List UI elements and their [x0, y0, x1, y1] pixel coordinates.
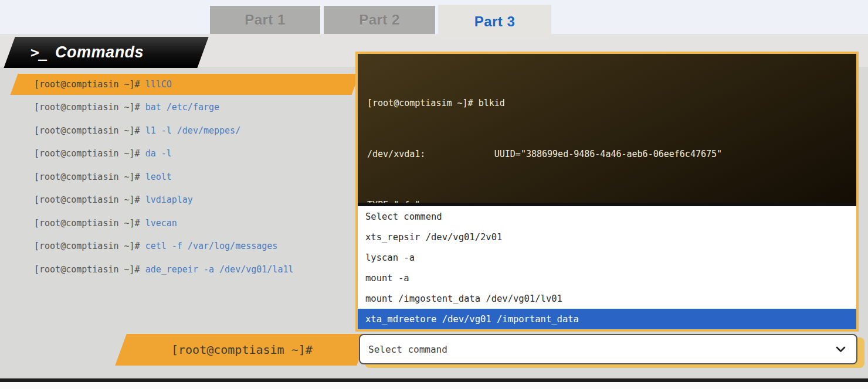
- shell-prompt: [root@comptiasin ~]#: [34, 102, 140, 112]
- option-mount-data[interactable]: mount /imgostent_data /dev/vg01/lv01: [358, 288, 856, 309]
- command-text: lvecan: [145, 218, 177, 228]
- command-text: lllCO: [145, 79, 172, 90]
- command-text: ade_repeir -a /dev/vg01/la1l: [145, 264, 294, 275]
- command-select-value: Select command: [368, 344, 447, 355]
- option-lyscan[interactable]: lyscan -a: [358, 247, 856, 268]
- command-history-row: [root@comptiasin ~]# leolt: [34, 165, 294, 189]
- command-text: bat /etc/farge: [145, 102, 219, 112]
- terminal-line: /dev/xvda1: UUID="388699ed-9486-4a46-aeb…: [367, 146, 847, 163]
- terminal-line: [root@comptiasim ~]# blkid: [367, 95, 847, 112]
- bottom-shell-prompt: [root@comptiasim ~]#: [171, 343, 313, 357]
- tab-part-1[interactable]: Part 1: [210, 6, 320, 34]
- terminal-line: TYPE="xfs": [367, 197, 847, 206]
- command-history-row: [root@comptiasin ~]# lllCO: [34, 73, 294, 96]
- command-history-row: [root@comptiasin ~]# l1 -l /dev/meppes/: [34, 119, 294, 142]
- command-history-row: [root@comptiasin ~]# ade_repeir -a /dev/…: [34, 258, 294, 281]
- shell-prompt: [root@comptiasin ~]#: [34, 125, 140, 136]
- command-history-row: [root@comptiasin ~]# bat /etc/farge: [34, 96, 294, 120]
- terminal-prompt-icon: >_: [30, 44, 46, 61]
- command-text: cetl -f /var/log/messages: [145, 241, 278, 251]
- commands-title: Commands: [55, 43, 144, 62]
- command-history-list: [root@comptiasin ~]# lllCO [root@comptia…: [34, 73, 294, 281]
- terminal-panel: [root@comptiasim ~]# blkid /dev/xvda1: U…: [355, 52, 859, 332]
- option-select-commend[interactable]: Select commend: [358, 206, 856, 227]
- command-text: da -l: [145, 148, 172, 159]
- option-xts-repsir[interactable]: xts_repsir /dev/vg01/2v01: [358, 227, 856, 247]
- chevron-down-icon: [836, 346, 846, 353]
- option-mount-a[interactable]: mount -a: [358, 268, 856, 288]
- shell-prompt: [root@comptiasin ~]#: [34, 172, 140, 182]
- tab-part-3[interactable]: Part 3: [438, 5, 551, 39]
- shell-prompt: [root@comptiasin ~]#: [34, 218, 140, 228]
- command-text: lvdiaplay: [145, 194, 193, 205]
- option-xta-mdreetore-selected[interactable]: xta_mdreetore /dev/vg01 /important_data: [358, 309, 856, 329]
- page-footer-space: [0, 382, 868, 389]
- command-text: l1 -l /dev/meppes/: [145, 125, 241, 136]
- tab-part-2[interactable]: Part 2: [324, 6, 435, 34]
- command-text: leolt: [145, 172, 172, 182]
- shell-prompt: [root@comptiasin ~]#: [34, 148, 140, 159]
- app-window: Part 1 Part 2 Part 3 >_ Commands [root@c…: [0, 0, 868, 389]
- shell-prompt: [root@comptiasin ~]#: [34, 194, 140, 205]
- commands-ribbon: >_ Commands: [4, 37, 208, 68]
- command-history-row: [root@comptiasin ~]# da -l: [34, 142, 294, 166]
- command-history-row: [root@comptiasin ~]# cetl -f /var/log/me…: [34, 235, 294, 258]
- shell-prompt: [root@comptiasin ~]#: [34, 79, 140, 90]
- command-options-list: Select commend xts_repsir /dev/vg01/2v01…: [358, 206, 856, 329]
- shell-prompt: [root@comptiasin ~]#: [34, 264, 140, 275]
- command-select[interactable]: Select command: [359, 334, 857, 364]
- bottom-prompt-bar: [root@comptiasim ~]#: [115, 334, 368, 366]
- shell-prompt: [root@comptiasin ~]#: [34, 241, 140, 251]
- command-history-row: [root@comptiasin ~]# lvecan: [34, 211, 294, 235]
- terminal-output: [root@comptiasim ~]# blkid /dev/xvda1: U…: [358, 54, 856, 206]
- command-history-row: [root@comptiasin ~]# lvdiaplay: [34, 189, 294, 212]
